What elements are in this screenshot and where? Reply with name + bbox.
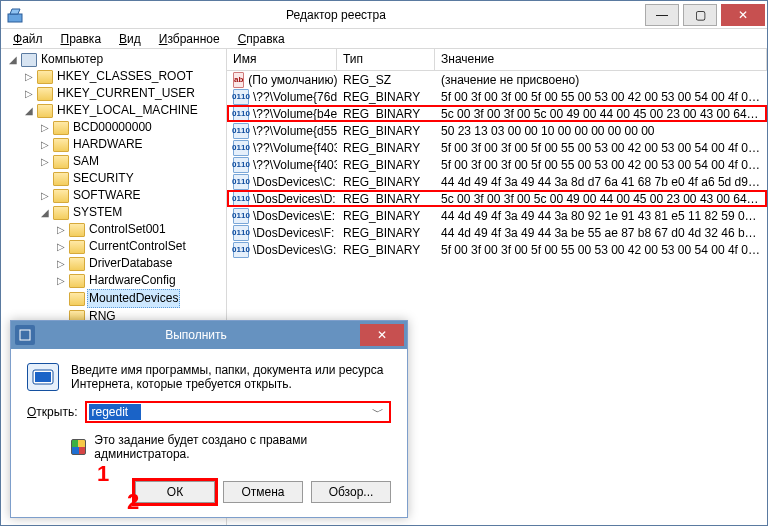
- tree-system[interactable]: ◢SYSTEM: [37, 204, 226, 221]
- folder-icon: [37, 70, 53, 84]
- value-data: 5f 00 3f 00 3f 00 5f 00 55 00 53 00 42 0…: [435, 158, 767, 172]
- binary-value-icon: 0110: [233, 225, 249, 241]
- run-button-row: ОК Отмена Обзор...: [27, 481, 391, 507]
- tree-security[interactable]: SECURITY: [37, 170, 226, 187]
- binary-value-icon: 0110: [233, 242, 249, 258]
- window-title: Редактор реестра: [29, 8, 643, 22]
- run-close-button[interactable]: ✕: [360, 324, 404, 346]
- value-data: 44 4d 49 4f 3a 49 44 3a be 55 ae 87 b8 6…: [435, 226, 767, 240]
- menu-help[interactable]: Справка: [230, 31, 293, 47]
- tree-bcd[interactable]: ▷BCD00000000: [37, 119, 226, 136]
- run-app-icon: [15, 325, 35, 345]
- run-cancel-button[interactable]: Отмена: [223, 481, 303, 503]
- binary-value-icon: 0110: [233, 123, 249, 139]
- value-type: REG_BINARY: [337, 192, 435, 206]
- value-name: \DosDevices\F:: [253, 226, 334, 240]
- list-row[interactable]: 0110\??\Volume{76d...REG_BINARY5f 00 3f …: [227, 88, 767, 105]
- folder-icon: [69, 257, 85, 271]
- tree-mounteddevices[interactable]: MountedDevices: [53, 289, 226, 308]
- tree-label: HKEY_CURRENT_USER: [55, 85, 197, 102]
- expand-icon[interactable]: ▷: [39, 156, 51, 168]
- tree-hardwareconfig[interactable]: ▷HardwareConfig: [53, 272, 226, 289]
- list-row[interactable]: 0110\DosDevices\E:REG_BINARY44 4d 49 4f …: [227, 207, 767, 224]
- value-name: \DosDevices\C:: [253, 175, 336, 189]
- expand-icon[interactable]: [39, 173, 51, 185]
- folder-icon: [53, 206, 69, 220]
- folder-icon: [69, 292, 85, 306]
- maximize-button[interactable]: ▢: [683, 4, 717, 26]
- run-info-row: Введите имя программы, папки, документа …: [27, 363, 391, 391]
- run-browse-button[interactable]: Обзор...: [311, 481, 391, 503]
- expand-icon[interactable]: ▷: [55, 241, 67, 253]
- list-row[interactable]: 0110\??\Volume{f403...REG_BINARY5f 00 3f…: [227, 139, 767, 156]
- list-row[interactable]: 0110\??\Volume{b4e...REG_BINARY5c 00 3f …: [227, 105, 767, 122]
- tree-currentcontrolset[interactable]: ▷CurrentControlSet: [53, 238, 226, 255]
- list-row[interactable]: 0110\DosDevices\G:REG_BINARY5f 00 3f 00 …: [227, 241, 767, 258]
- expand-icon[interactable]: ▷: [39, 139, 51, 151]
- value-type: REG_BINARY: [337, 158, 435, 172]
- expand-icon[interactable]: ▷: [55, 275, 67, 287]
- list-row[interactable]: 0110\??\Volume{d55...REG_BINARY50 23 13 …: [227, 122, 767, 139]
- value-type: REG_BINARY: [337, 226, 435, 240]
- expand-icon[interactable]: ◢: [39, 207, 51, 219]
- run-open-input[interactable]: [89, 404, 141, 420]
- value-name: \??\Volume{d55...: [253, 124, 337, 138]
- value-name: \DosDevices\D:: [253, 192, 336, 206]
- tree-label: SECURITY: [71, 170, 136, 187]
- col-header-value[interactable]: Значение: [435, 49, 767, 70]
- tree-controlset001[interactable]: ▷ControlSet001: [53, 221, 226, 238]
- value-data: 50 23 13 03 00 00 10 00 00 00 00 00 00: [435, 124, 767, 138]
- expand-icon[interactable]: ◢: [23, 105, 35, 117]
- tree-driverdatabase[interactable]: ▷DriverDatabase: [53, 255, 226, 272]
- list-row[interactable]: 0110\DosDevices\C:REG_BINARY44 4d 49 4f …: [227, 173, 767, 190]
- list-row[interactable]: 0110\DosDevices\F:REG_BINARY44 4d 49 4f …: [227, 224, 767, 241]
- value-data: 5c 00 3f 00 3f 00 5c 00 49 00 44 00 45 0…: [435, 192, 767, 206]
- run-info-icon: [27, 363, 59, 391]
- folder-icon: [69, 274, 85, 288]
- tree-hklm[interactable]: ◢HKEY_LOCAL_MACHINE: [21, 102, 226, 119]
- tree-root-computer[interactable]: ◢ Компьютер: [5, 51, 226, 68]
- folder-icon: [53, 155, 69, 169]
- col-header-type[interactable]: Тип: [337, 49, 435, 70]
- tree-label: SOFTWARE: [71, 187, 143, 204]
- minimize-button[interactable]: —: [645, 4, 679, 26]
- folder-icon: [69, 223, 85, 237]
- tree-label: Компьютер: [39, 51, 105, 68]
- titlebar: Редактор реестра — ▢ ✕: [1, 1, 767, 29]
- expand-icon[interactable]: ▷: [39, 190, 51, 202]
- svg-rect-4: [35, 372, 51, 382]
- tree-sam[interactable]: ▷SAM: [37, 153, 226, 170]
- menu-edit[interactable]: Правка: [53, 31, 110, 47]
- menu-favorites[interactable]: Избранное: [151, 31, 228, 47]
- expand-icon[interactable]: ◢: [7, 54, 19, 66]
- expand-icon[interactable]: ▷: [55, 258, 67, 270]
- chevron-down-icon[interactable]: ﹀: [370, 405, 386, 419]
- menu-view[interactable]: Вид: [111, 31, 149, 47]
- binary-value-icon: 0110: [233, 208, 249, 224]
- expand-icon[interactable]: ▷: [23, 71, 35, 83]
- binary-value-icon: 0110: [233, 191, 249, 207]
- value-type: REG_BINARY: [337, 175, 435, 189]
- tree-label: CurrentControlSet: [87, 238, 188, 255]
- list-row[interactable]: 0110\DosDevices\D:REG_BINARY5c 00 3f 00 …: [227, 190, 767, 207]
- list-row[interactable]: 0110\??\Volume{f403...REG_BINARY5f 00 3f…: [227, 156, 767, 173]
- run-ok-button[interactable]: ОК: [135, 481, 215, 503]
- close-button[interactable]: ✕: [721, 4, 765, 26]
- expand-icon[interactable]: ▷: [39, 122, 51, 134]
- run-admin-row: Это задание будет создано с правами адми…: [27, 433, 391, 461]
- tree-hardware[interactable]: ▷HARDWARE: [37, 136, 226, 153]
- list-row[interactable]: ab(По умолчанию)REG_SZ(значение не присв…: [227, 71, 767, 88]
- run-open-combo[interactable]: ﹀: [85, 401, 391, 423]
- tree-label: SYSTEM: [71, 204, 124, 221]
- col-header-name[interactable]: Имя: [227, 49, 337, 70]
- tree-software[interactable]: ▷SOFTWARE: [37, 187, 226, 204]
- expand-icon[interactable]: [55, 293, 67, 305]
- tree-hkcr[interactable]: ▷HKEY_CLASSES_ROOT: [21, 68, 226, 85]
- tree-hkcu[interactable]: ▷HKEY_CURRENT_USER: [21, 85, 226, 102]
- expand-icon[interactable]: ▷: [23, 88, 35, 100]
- value-name: \??\Volume{f403...: [253, 141, 337, 155]
- string-value-icon: ab: [233, 72, 244, 88]
- expand-icon[interactable]: ▷: [55, 224, 67, 236]
- menu-file[interactable]: Файл: [5, 31, 51, 47]
- run-open-row: Открыть: ﹀: [27, 401, 391, 423]
